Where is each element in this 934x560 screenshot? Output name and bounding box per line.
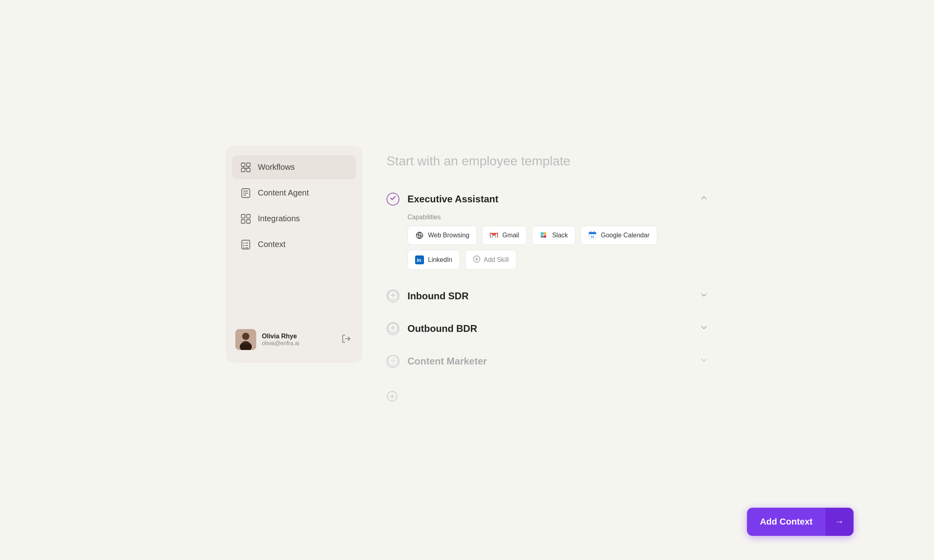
template-item-inbound-sdr: Inbound SDR bbox=[387, 280, 708, 313]
avatar bbox=[235, 329, 256, 350]
capability-google-calendar[interactable]: 31 Google Calendar bbox=[580, 226, 657, 245]
svg-rect-11 bbox=[241, 214, 245, 218]
chevron-down-icon-bdr bbox=[699, 323, 708, 334]
add-context-container: Add Context → bbox=[747, 508, 854, 536]
template-header-left-sdr: Inbound SDR bbox=[387, 290, 469, 303]
integrations-icon bbox=[240, 213, 251, 224]
svg-rect-35 bbox=[543, 235, 544, 238]
svg-text:in: in bbox=[417, 257, 422, 263]
sidebar-item-integrations[interactable]: Integrations bbox=[232, 207, 356, 231]
template-header-inbound-sdr[interactable]: Inbound SDR bbox=[387, 290, 708, 303]
avatar-image bbox=[235, 329, 256, 350]
content-agent-icon bbox=[240, 187, 251, 199]
main-content: Start with an employee template Execut bbox=[387, 146, 708, 415]
svg-rect-13 bbox=[241, 220, 245, 223]
capabilities-label: Capabilities bbox=[407, 214, 708, 221]
capability-linkedin[interactable]: in LinkedIn bbox=[407, 250, 460, 270]
add-skill-chip[interactable]: Add Skill bbox=[465, 250, 516, 270]
template-check-outbound-bdr bbox=[387, 322, 399, 335]
sidebar-item-workflows-label: Workflows bbox=[258, 163, 295, 172]
plus-circle-icon-cm bbox=[387, 355, 399, 368]
sidebar-user: Olivia Rhye olivia@enfra.ai bbox=[232, 323, 356, 353]
capabilities-grid: Web Browsing bbox=[407, 226, 708, 270]
chevron-down-icon-sdr bbox=[699, 290, 708, 301]
chevron-down-icon-cm bbox=[699, 356, 708, 366]
template-header-executive-assistant[interactable]: Executive Assistant bbox=[387, 193, 708, 206]
sidebar-item-context[interactable]: Context bbox=[232, 233, 356, 257]
svg-rect-34 bbox=[543, 232, 544, 235]
svg-rect-32 bbox=[541, 234, 543, 235]
web-browsing-icon bbox=[415, 231, 424, 240]
svg-rect-12 bbox=[247, 214, 250, 218]
slack-icon bbox=[539, 231, 548, 240]
template-title-executive-assistant: Executive Assistant bbox=[407, 194, 498, 205]
svg-text:31: 31 bbox=[590, 235, 594, 239]
page-title: Start with an employee template bbox=[387, 154, 708, 169]
user-info: Olivia Rhye olivia@enfra.ai bbox=[262, 333, 334, 346]
sidebar-nav: Workflows Content Agent bbox=[232, 155, 356, 323]
svg-rect-41 bbox=[589, 233, 596, 234]
plus-circle-icon bbox=[387, 290, 399, 303]
gmail-icon bbox=[490, 231, 498, 240]
linkedin-icon: in bbox=[415, 255, 424, 264]
template-header-left-bdr: Outbound BDR bbox=[387, 322, 477, 335]
template-check-inbound-sdr bbox=[387, 290, 399, 303]
logout-button[interactable] bbox=[340, 332, 353, 347]
template-header-left-cm: Content Marketer bbox=[387, 355, 487, 368]
workflows-icon bbox=[240, 162, 251, 173]
capability-linkedin-label: LinkedIn bbox=[428, 256, 453, 264]
template-title-content-marketer: Content Marketer bbox=[407, 356, 487, 367]
template-item-content-marketer: Content Marketer bbox=[387, 345, 708, 378]
template-title-outbound-bdr: Outbound BDR bbox=[407, 323, 477, 334]
svg-rect-0 bbox=[241, 163, 245, 167]
add-skill-icon bbox=[473, 255, 481, 265]
sidebar-item-content-agent[interactable]: Content Agent bbox=[232, 181, 356, 205]
sidebar-item-context-label: Context bbox=[258, 240, 286, 249]
svg-rect-14 bbox=[247, 220, 250, 223]
capabilities-section: Capabilities bbox=[407, 214, 708, 270]
user-name: Olivia Rhye bbox=[262, 333, 334, 340]
add-context-arrow-icon: → bbox=[825, 508, 854, 536]
template-title-inbound-sdr: Inbound SDR bbox=[407, 290, 469, 302]
svg-point-16 bbox=[243, 242, 245, 243]
template-item-executive-assistant: Executive Assistant Capabilities bbox=[387, 183, 708, 280]
add-template-row bbox=[387, 378, 708, 415]
svg-rect-3 bbox=[247, 168, 250, 172]
template-list: Executive Assistant Capabilities bbox=[387, 183, 708, 415]
svg-point-20 bbox=[243, 247, 245, 248]
template-item-outbound-bdr: Outbound BDR bbox=[387, 313, 708, 345]
app-container: Workflows Content Agent bbox=[226, 146, 708, 415]
svg-rect-1 bbox=[247, 163, 250, 167]
svg-rect-31 bbox=[544, 235, 546, 238]
capability-slack[interactable]: Slack bbox=[532, 226, 576, 245]
template-check-executive-assistant bbox=[387, 193, 399, 206]
sidebar: Workflows Content Agent bbox=[226, 146, 362, 363]
svg-rect-33 bbox=[544, 234, 546, 235]
add-context-button[interactable]: Add Context → bbox=[747, 508, 854, 536]
template-header-left: Executive Assistant bbox=[387, 193, 498, 206]
plus-circle-icon-bdr bbox=[387, 322, 399, 335]
svg-rect-2 bbox=[241, 168, 245, 172]
sidebar-item-workflows[interactable]: Workflows bbox=[232, 155, 356, 179]
template-header-content-marketer[interactable]: Content Marketer bbox=[387, 355, 708, 368]
add-context-label: Add Context bbox=[747, 508, 825, 536]
add-skill-label: Add Skill bbox=[484, 256, 509, 264]
template-header-outbound-bdr[interactable]: Outbound BDR bbox=[387, 322, 708, 335]
capability-slack-label: Slack bbox=[552, 232, 568, 239]
svg-point-18 bbox=[243, 245, 245, 246]
capability-web-browsing-label: Web Browsing bbox=[428, 232, 469, 239]
svg-point-23 bbox=[242, 333, 249, 340]
capability-google-calendar-label: Google Calendar bbox=[601, 232, 650, 239]
chevron-up-icon bbox=[699, 194, 708, 204]
capability-web-browsing[interactable]: Web Browsing bbox=[407, 226, 477, 245]
template-check-content-marketer bbox=[387, 355, 399, 368]
add-template-button[interactable] bbox=[387, 387, 708, 405]
capability-gmail[interactable]: Gmail bbox=[482, 226, 527, 245]
checkmark-icon bbox=[389, 194, 397, 204]
sidebar-item-content-agent-label: Content Agent bbox=[258, 188, 309, 198]
context-icon bbox=[240, 239, 251, 250]
user-email: olivia@enfra.ai bbox=[262, 340, 334, 346]
sidebar-item-integrations-label: Integrations bbox=[258, 214, 300, 223]
google-calendar-icon: 31 bbox=[588, 231, 597, 240]
capability-gmail-label: Gmail bbox=[502, 232, 519, 239]
